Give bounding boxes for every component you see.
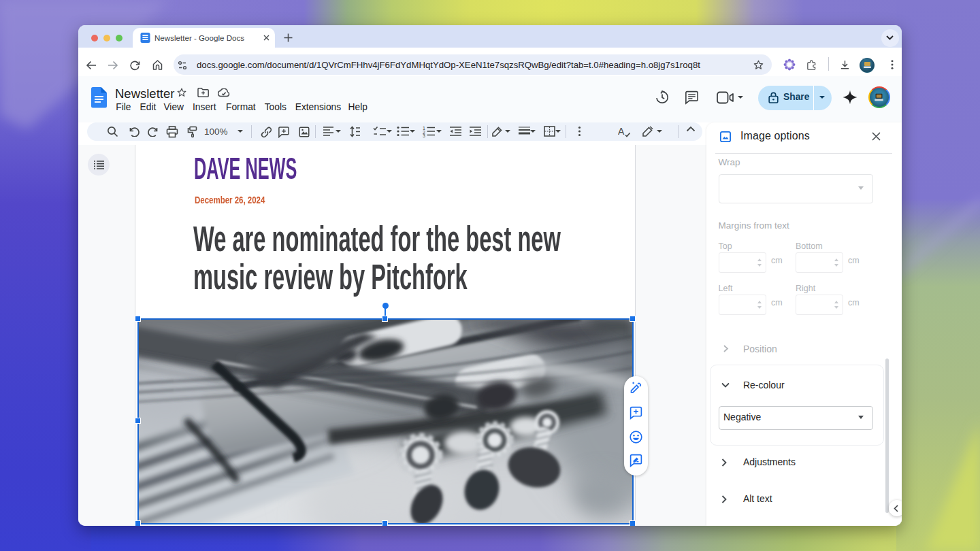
svg-text:3: 3 xyxy=(423,133,425,137)
svg-text:A: A xyxy=(618,126,625,137)
